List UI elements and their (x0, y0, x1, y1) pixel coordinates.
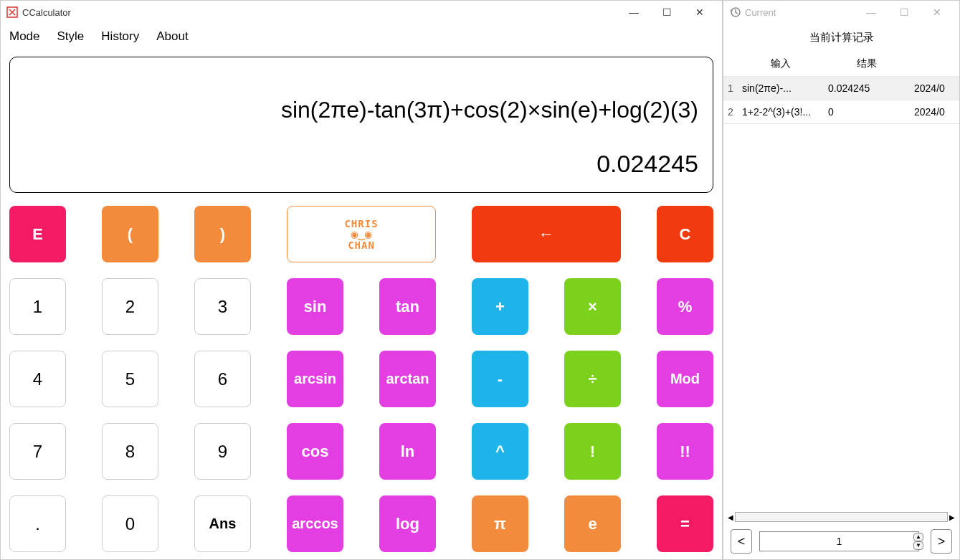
page-spinner: ▲ ▼ (913, 533, 923, 550)
minus-button[interactable]: - (472, 351, 528, 407)
mod-button[interactable]: Mod (657, 351, 713, 407)
history-body: 当前计算记录 输入 结果 1 sin(2πe)-... 0.024245 (723, 24, 959, 559)
arctan-button[interactable]: arctan (379, 351, 436, 407)
display: sin(2πe)-tan(3π)+cos(2)×sin(e)+log(2)(3)… (9, 57, 713, 193)
table-row[interactable]: 2 1+2-2^(3)+(3!... 0 2024/0 (723, 100, 959, 124)
maximize-button[interactable]: ☐ (650, 1, 683, 24)
next-page-button[interactable]: > (931, 529, 952, 554)
plus-button[interactable]: + (472, 278, 528, 335)
row-input: 1+2-2^(3)+(3!... (738, 100, 824, 124)
minimize-button[interactable]: — (617, 1, 650, 24)
divide-button[interactable]: ÷ (564, 351, 621, 407)
prev-page-button[interactable]: < (731, 529, 752, 554)
digit-5-button[interactable]: 5 (102, 351, 158, 407)
digit-1-button[interactable]: 1 (9, 278, 66, 335)
e-constant-button[interactable]: E (9, 206, 66, 262)
history-icon (729, 6, 741, 18)
factorial-button[interactable]: ! (564, 423, 621, 480)
spinner-up-button[interactable]: ▲ (913, 533, 923, 541)
ans-button[interactable]: Ans (194, 495, 251, 552)
row-number: 2 (723, 100, 738, 124)
rparen-button[interactable]: ) (194, 206, 251, 262)
arccos-button[interactable]: arccos (287, 495, 343, 552)
row-date: 2024/0 (910, 77, 959, 100)
digit-9-button[interactable]: 9 (194, 423, 251, 480)
digit-6-button[interactable]: 6 (194, 351, 251, 407)
logo-text-bottom: CHAN (344, 240, 378, 250)
menubar: Mode Style History About (1, 24, 722, 49)
menu-history[interactable]: History (101, 29, 139, 44)
scroll-right-icon[interactable]: ▶ (948, 513, 956, 521)
horizontal-scrollbar[interactable]: ◀ ▶ (723, 511, 959, 523)
history-heading: 当前计算记录 (723, 24, 959, 52)
spinner-down-button[interactable]: ▼ (913, 541, 923, 550)
history-window-title: Current (745, 7, 855, 18)
digit-4-button[interactable]: 4 (9, 351, 66, 407)
row-number: 1 (723, 77, 738, 100)
calculator-body: sin(2πe)-tan(3π)+cos(2)×sin(e)+log(2)(3)… (1, 49, 722, 559)
history-window: Current — ☐ ✕ 当前计算记录 输入 结果 1 (723, 0, 960, 560)
col-date[interactable] (910, 52, 959, 77)
sin-button[interactable]: sin (287, 278, 343, 335)
ln-button[interactable]: ln (379, 423, 436, 480)
close-button[interactable]: ✕ (683, 1, 716, 24)
digit-2-button[interactable]: 2 (102, 278, 158, 335)
multiply-button[interactable]: × (564, 278, 621, 335)
history-table: 输入 结果 1 sin(2πe)-... 0.024245 2024/0 2 1… (723, 52, 959, 511)
digit-0-button[interactable]: 0 (102, 495, 158, 552)
tan-button[interactable]: tan (379, 278, 436, 335)
logo-eyes-icon: ◉‿◉ (344, 229, 378, 240)
row-result: 0.024245 (824, 77, 910, 100)
arcsin-button[interactable]: arcsin (287, 351, 343, 407)
pager: < ▲ ▼ > (723, 523, 959, 559)
decimal-button[interactable]: . (9, 495, 66, 552)
history-close-button[interactable]: ✕ (921, 1, 954, 24)
button-grid: E ( ) CHRIS ◉‿◉ CHAN ← C 1 2 3 sin tan +… (9, 206, 713, 552)
col-input[interactable]: 输入 (738, 52, 824, 77)
window-title: CCalculator (22, 7, 617, 18)
history-maximize-button[interactable]: ☐ (888, 1, 921, 24)
lparen-button[interactable]: ( (102, 206, 158, 262)
e-button[interactable]: e (564, 495, 621, 552)
scroll-left-icon[interactable]: ◀ (726, 513, 735, 521)
digit-3-button[interactable]: 3 (194, 278, 251, 335)
cos-button[interactable]: cos (287, 423, 343, 480)
calculator-window: CCalculator — ☐ ✕ Mode Style History Abo… (0, 0, 723, 560)
equals-button[interactable]: = (657, 495, 713, 552)
history-titlebar: Current — ☐ ✕ (723, 1, 959, 24)
power-button[interactable]: ^ (472, 423, 528, 480)
col-rownum (723, 52, 738, 77)
app-icon (6, 6, 18, 18)
display-result: 0.024245 (24, 150, 698, 178)
history-minimize-button[interactable]: — (855, 1, 888, 24)
row-result: 0 (824, 100, 910, 124)
display-expression: sin(2πe)-tan(3π)+cos(2)×sin(e)+log(2)(3) (24, 97, 698, 123)
pi-button[interactable]: π (472, 495, 528, 552)
digit-7-button[interactable]: 7 (9, 423, 66, 480)
row-date: 2024/0 (910, 100, 959, 124)
logo-button[interactable]: CHRIS ◉‿◉ CHAN (287, 206, 436, 262)
percent-button[interactable]: % (657, 278, 713, 335)
menu-style[interactable]: Style (57, 29, 85, 44)
log-button[interactable]: log (379, 495, 436, 552)
page-input[interactable] (759, 531, 919, 551)
menu-mode[interactable]: Mode (9, 29, 40, 44)
backspace-button[interactable]: ← (472, 206, 621, 262)
menu-about[interactable]: About (156, 29, 188, 44)
col-result[interactable]: 结果 (824, 52, 910, 77)
table-row[interactable]: 1 sin(2πe)-... 0.024245 2024/0 (723, 77, 959, 100)
clear-button[interactable]: C (657, 206, 713, 262)
titlebar: CCalculator — ☐ ✕ (1, 1, 722, 24)
scroll-track[interactable] (735, 512, 948, 522)
double-factorial-button[interactable]: !! (657, 423, 713, 480)
digit-8-button[interactable]: 8 (102, 423, 158, 480)
row-input: sin(2πe)-... (738, 77, 824, 100)
